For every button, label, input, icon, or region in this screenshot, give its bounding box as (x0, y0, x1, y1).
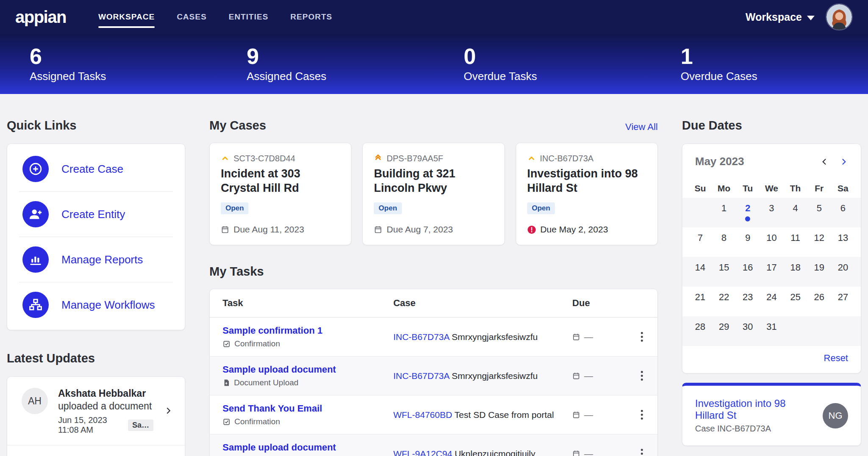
workspace-dropdown[interactable]: Workspace (746, 11, 815, 23)
calendar-day[interactable]: 25 (784, 287, 807, 316)
calendar-day[interactable]: 13 (831, 227, 855, 257)
chevron-right-icon[interactable] (164, 406, 173, 417)
calendar-day[interactable]: 8 (712, 227, 736, 257)
stat-overdue-cases: 1 Overdue Cases (651, 45, 868, 83)
nav-tab-entities[interactable]: ENTITIES (229, 0, 269, 34)
calendar-day[interactable]: 12 (807, 227, 831, 257)
event-case-link[interactable]: Investigation into 98 Hillard St (695, 398, 814, 421)
calendar-prev-icon[interactable] (820, 158, 829, 166)
calendar-day[interactable]: 15 (712, 257, 736, 287)
quick-link-create-entity[interactable]: Create Entity (19, 191, 173, 237)
case-due: Due Aug 7, 2023 (374, 224, 493, 235)
case-id-link[interactable]: WFL-84760BD (393, 410, 452, 420)
calendar-day[interactable]: 16 (736, 257, 760, 287)
nav-tab-reports[interactable]: REPORTS (290, 0, 332, 34)
calendar-day[interactable]: 7 (688, 227, 712, 257)
case-name: Smrxyngjarksfesiwzfu (452, 332, 538, 342)
my-tasks-table: Task Case Due Sample confirmation 1 Conf… (209, 289, 658, 456)
task-link[interactable]: Sample confirmation 1 (223, 325, 323, 336)
my-tasks-title: My Tasks (209, 265, 658, 279)
table-row: Sample upload document Document Upload W… (210, 434, 657, 456)
calendar-reset-link[interactable]: Reset (824, 353, 848, 363)
task-type: Document Upload (234, 378, 298, 387)
list-item[interactable]: AH Akshata Hebbalkar completed a task Ju… (7, 445, 185, 456)
checkbox-icon (223, 340, 231, 348)
calendar-day[interactable]: 22 (712, 287, 736, 316)
calendar-day[interactable]: 19 (807, 257, 831, 287)
task-type: Confirmation (234, 339, 280, 348)
case-title[interactable]: Incident at 303 Crystal Hill Rd (221, 167, 340, 196)
calendar-day[interactable]: 24 (760, 287, 783, 316)
document-upload-icon (223, 379, 230, 387)
nav-tab-workspace[interactable]: WORKSPACE (98, 0, 155, 34)
list-item[interactable]: AH Akshata Hebbalkar uploaded a document… (7, 377, 185, 445)
calendar-day[interactable] (807, 316, 831, 346)
top-nav: appian WORKSPACE CASES ENTITIES REPORTS … (0, 0, 868, 34)
quick-link-manage-workflows[interactable]: Manage Workflows (19, 282, 173, 327)
calendar-day[interactable]: 3 (760, 198, 783, 227)
quick-link-manage-reports[interactable]: Manage Reports (19, 237, 173, 282)
calendar-day[interactable]: 28 (688, 316, 712, 346)
calendar-day[interactable]: 30 (736, 316, 760, 346)
calendar-day[interactable] (688, 198, 712, 227)
task-link[interactable]: Send Thank You Email (223, 403, 322, 414)
row-menu-kebab-icon[interactable] (626, 407, 657, 422)
nav-tab-cases[interactable]: CASES (177, 0, 206, 34)
calendar-day[interactable]: 6 (831, 198, 855, 227)
calendar-day[interactable]: 11 (784, 227, 807, 257)
calendar-day[interactable]: 9 (736, 227, 760, 257)
calendar-day[interactable]: 14 (688, 257, 712, 287)
plus-circle-icon (22, 156, 49, 182)
calendar-day[interactable] (831, 316, 855, 346)
calendar-day[interactable]: 21 (688, 287, 712, 316)
calendar-day[interactable]: 27 (831, 287, 855, 316)
calendar-day[interactable]: 4 (784, 198, 807, 227)
user-photo (826, 4, 852, 30)
weekday-label: Fr (807, 183, 831, 193)
task-link[interactable]: Sample upload document (223, 442, 336, 453)
calendar-day[interactable]: 26 (807, 287, 831, 316)
calendar-icon (374, 225, 382, 234)
row-menu-kebab-icon[interactable] (626, 329, 657, 344)
row-menu-kebab-icon[interactable] (626, 368, 657, 383)
calendar-day-selected[interactable]: 2 (736, 198, 760, 227)
case-id-link[interactable]: WFL-9A12C94 (393, 449, 452, 456)
calendar-day[interactable]: 23 (736, 287, 760, 316)
calendar-week: 28 29 30 31 (682, 316, 861, 346)
calendar-icon (572, 333, 580, 341)
stat-value: 1 (681, 45, 868, 68)
case-title[interactable]: Investigation into 98 Hillard St (527, 167, 646, 196)
user-avatar[interactable] (826, 3, 853, 30)
calendar-icon (221, 225, 229, 234)
kpi-band: 6 Assigned Tasks 9 Assigned Cases 0 Over… (0, 34, 868, 94)
column-header-due: Due (572, 298, 626, 309)
priority-chevron-icon (221, 153, 229, 163)
case-card[interactable]: DPS-B79AA5F Building at 321 Lincoln Pkwy… (362, 143, 504, 245)
calendar-day[interactable]: 10 (760, 227, 783, 257)
calendar-day[interactable]: 20 (831, 257, 855, 287)
calendar-day[interactable]: 5 (807, 198, 831, 227)
table-row: Sample confirmation 1 Confirmation INC-B… (210, 318, 657, 357)
calendar-next-icon[interactable] (840, 158, 848, 166)
calendar-day[interactable]: 17 (760, 257, 783, 287)
update-timestamp: Jun 15, 2023 11:08 AM (58, 415, 121, 435)
quick-link-label: Create Case (61, 163, 123, 176)
due-value: — (584, 449, 593, 456)
stat-label: Overdue Cases (681, 70, 868, 83)
calendar-day[interactable]: 18 (784, 257, 807, 287)
case-id-link[interactable]: INC-B67D73A (393, 332, 449, 342)
case-card[interactable]: INC-B67D73A Investigation into 98 Hillar… (516, 143, 658, 245)
case-card[interactable]: SCT3-C7D8D44 Incident at 303 Crystal Hil… (209, 143, 351, 245)
row-menu-kebab-icon[interactable] (626, 446, 657, 456)
due-event-card[interactable]: Investigation into 98 Hillard St Case IN… (682, 383, 861, 446)
calendar-day[interactable]: 31 (760, 316, 783, 346)
calendar-day[interactable] (784, 316, 807, 346)
calendar-day[interactable]: 29 (712, 316, 736, 346)
calendar-day[interactable]: 1 (712, 198, 736, 227)
view-all-link[interactable]: View All (625, 122, 658, 133)
case-id-link[interactable]: INC-B67D73A (393, 371, 449, 381)
case-due-text: Due Aug 11, 2023 (234, 224, 304, 235)
quick-link-create-case[interactable]: Create Case (7, 146, 185, 191)
task-link[interactable]: Sample upload document (223, 364, 336, 375)
case-title[interactable]: Building at 321 Lincoln Pkwy (374, 167, 493, 196)
